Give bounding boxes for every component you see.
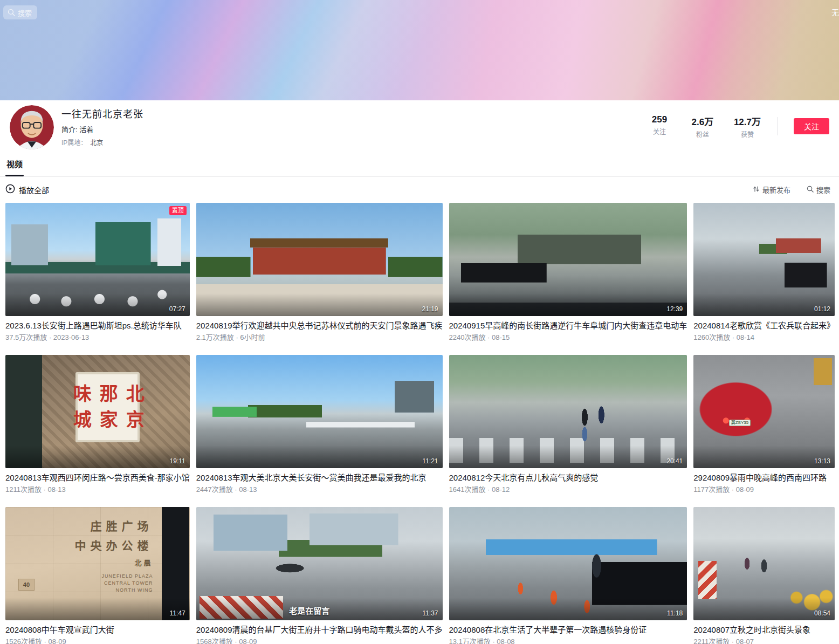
- video-thumbnail[interactable]: 冀ZSY35 13:13: [693, 355, 835, 468]
- video-meta: 2240次播放 · 08-15: [449, 333, 687, 342]
- video-title[interactable]: 20240807立秋之时北京街头景象: [693, 625, 835, 635]
- stat-likes: 12.7万 获赞: [734, 114, 761, 139]
- pinned-badge: 置顶: [169, 206, 187, 215]
- video-card[interactable]: 20:41 20240812今天北京有点儿秋高气爽的感觉 1641次播放 · 0…: [449, 355, 687, 494]
- video-card[interactable]: 11:18 20240808在北京生活了大半辈子第一次路遇核验身份证 13.1万…: [449, 507, 687, 644]
- profile-tabbar: 视频: [0, 153, 839, 177]
- video-meta: 1641次播放 · 08-12: [449, 485, 687, 494]
- play-circle-icon: [5, 184, 15, 195]
- stat-followers-label: 粉丝: [691, 129, 714, 139]
- building-engraving: 庄胜广场 中央办公楼 北晨 JUNEFIELD PLAZA CENTRAL TO…: [74, 517, 153, 594]
- video-thumbnail[interactable]: 08:54: [693, 507, 835, 620]
- video-meta: 13.1万次播放 · 08-08: [449, 638, 687, 644]
- address-plaque: 40: [18, 579, 35, 591]
- video-title[interactable]: 20240915早高峰的南长街路遇逆行牛车阜城门内大街查违章电动车: [449, 320, 687, 331]
- stat-following: 259 关注: [648, 114, 671, 139]
- video-card[interactable]: 11:21 20240813车观大美北京大美长安街～赏美曲我还是最爱我的北京 2…: [196, 355, 443, 494]
- video-title[interactable]: 20240814老歌欣赏《工农兵联合起来》: [693, 320, 835, 331]
- video-title[interactable]: 20240813车观西四环闵庄路～尝京西美食-那家小馆: [5, 472, 190, 483]
- banner-corner-text: 无: [831, 6, 839, 17]
- video-title[interactable]: 20240808在北京生活了大半辈子第一次路遇核验身份证: [449, 625, 687, 635]
- stat-followers-value: 2.6万: [691, 114, 714, 128]
- video-card[interactable]: 01:12 20240814老歌欣赏《工农兵联合起来》 1260次播放 · 08…: [693, 203, 835, 342]
- video-meta: 1568次播放 · 08-09: [196, 638, 443, 644]
- video-grid: 置顶 07:27 2023.6.13长安街上路遇巴勒斯坦ps.总统访华车队 37…: [0, 195, 839, 644]
- video-card[interactable]: 老是在留言 11:37 20240809清晨的台基厂大街王府井十字路口骑电动车戴…: [196, 507, 443, 644]
- video-title[interactable]: 20240809清晨的台基厂大街王府井十字路口骑电动车戴头盔的人不多: [196, 625, 443, 635]
- video-search-button[interactable]: 搜索: [807, 184, 830, 195]
- video-meta: 1526次播放 · 08-09: [5, 638, 190, 644]
- engraving-line: 中央办公楼: [74, 537, 153, 553]
- profile-ip-label: IP属地：: [61, 139, 87, 147]
- video-card[interactable]: 庄胜广场 中央办公楼 北晨 JUNEFIELD PLAZA CENTRAL TO…: [5, 507, 190, 644]
- video-card[interactable]: 21:19 20240819举行欢迎越共中央总书记苏林仪式前的天安门景象路遇飞疾…: [196, 203, 443, 342]
- stats-divider: [777, 117, 778, 135]
- stat-following-label: 关注: [648, 127, 671, 136]
- video-card[interactable]: 08:54 20240807立秋之时北京街头景象 2211次播放 · 08-07: [693, 507, 835, 644]
- video-title[interactable]: 20240808中午车观宣武门大街: [5, 625, 190, 635]
- video-duration: 07:27: [169, 305, 185, 313]
- video-caption-overlay: 老是在留言: [289, 605, 329, 616]
- video-title[interactable]: 20240812今天北京有点儿秋高气爽的感觉: [449, 472, 687, 483]
- video-meta: 2211次播放 · 08-07: [693, 638, 835, 644]
- video-card[interactable]: 北京那家味城 19:11 20240813车观西四环闵庄路～尝京西美食-那家小馆…: [5, 355, 190, 494]
- video-thumbnail[interactable]: 12:39: [449, 203, 687, 316]
- search-icon: [807, 186, 814, 194]
- video-thumbnail[interactable]: 庄胜广场 中央办公楼 北晨 JUNEFIELD PLAZA CENTRAL TO…: [5, 507, 190, 620]
- profile-ip: IP属地：北京: [61, 138, 143, 147]
- follow-button[interactable]: 关注: [794, 118, 829, 134]
- search-icon: [8, 9, 15, 16]
- video-duration: 12:39: [666, 305, 683, 313]
- stat-following-value: 259: [648, 114, 671, 125]
- video-thumbnail[interactable]: 老是在留言 11:37: [196, 507, 443, 620]
- profile-stats: 259 关注 2.6万 粉丝 12.7万 获赞: [648, 114, 761, 139]
- video-card[interactable]: 置顶 07:27 2023.6.13长安街上路遇巴勒斯坦ps.总统访华车队 37…: [5, 203, 190, 342]
- video-meta: 1177次播放 · 08-09: [693, 485, 835, 494]
- video-thumbnail[interactable]: 21:19: [196, 203, 443, 316]
- video-thumbnail[interactable]: 北京那家味城 19:11: [5, 355, 190, 468]
- banner-search[interactable]: 搜索: [3, 5, 37, 19]
- video-title[interactable]: 2023.6.13长安街上路遇巴勒斯坦ps.总统访华车队: [5, 320, 190, 331]
- video-duration: 11:37: [422, 609, 438, 617]
- video-card[interactable]: 冀ZSY35 13:13 29240809暴雨中晚高峰的西南四环路 1177次播…: [693, 355, 835, 494]
- play-all-label: 播放全部: [19, 184, 49, 195]
- video-search-label: 搜索: [816, 184, 830, 195]
- video-title[interactable]: 29240809暴雨中晚高峰的西南四环路: [693, 472, 835, 483]
- video-title[interactable]: 20240819举行欢迎越共中央总书记苏林仪式前的天安门景象路遇飞疾: [196, 320, 443, 331]
- profile-header: 一往无前北京老张 简介: 活着 IP属地：北京 259 关注 2.6万 粉丝 1…: [0, 100, 839, 152]
- play-all-button[interactable]: 播放全部: [5, 184, 49, 195]
- profile-info: 一往无前北京老张 简介: 活着 IP属地：北京: [61, 106, 143, 147]
- video-card[interactable]: 12:39 20240915早高峰的南长街路遇逆行牛车阜城门内大街查违章电动车 …: [449, 203, 687, 342]
- restaurant-sign: 北京那家味城: [75, 372, 140, 442]
- stat-likes-value: 12.7万: [734, 114, 761, 128]
- video-duration: 11:21: [422, 457, 438, 465]
- profile-name: 一往无前北京老张: [61, 106, 143, 120]
- stat-followers: 2.6万 粉丝: [691, 114, 714, 139]
- video-thumbnail[interactable]: 20:41: [449, 355, 687, 468]
- sort-button[interactable]: 最新发布: [753, 184, 790, 195]
- avatar[interactable]: [10, 105, 54, 149]
- engraving-line: 北晨: [74, 557, 153, 567]
- video-thumbnail[interactable]: 11:18: [449, 507, 687, 620]
- video-meta: 2447次播放 · 08-13: [196, 485, 443, 494]
- video-thumbnail[interactable]: 01:12: [693, 203, 835, 316]
- video-duration: 01:12: [814, 305, 830, 313]
- tab-videos[interactable]: 视频: [5, 153, 24, 176]
- video-thumbnail[interactable]: 置顶 07:27: [5, 203, 190, 316]
- profile-ip-value: 北京: [90, 139, 103, 147]
- video-title[interactable]: 20240813车观大美北京大美长安街～赏美曲我还是最爱我的北京: [196, 472, 443, 483]
- video-thumbnail[interactable]: 11:21: [196, 355, 443, 468]
- sort-label: 最新发布: [762, 184, 790, 195]
- video-duration: 20:41: [666, 457, 683, 465]
- video-duration: 08:54: [814, 609, 830, 617]
- profile-bio: 简介: 活着: [61, 124, 143, 134]
- video-duration: 19:11: [170, 457, 185, 465]
- engraving-english: JUNEFIELD PLAZA CENTRAL TOWER NORTH WING: [74, 573, 153, 594]
- video-meta: 37.5万次播放 · 2023-06-13: [5, 333, 190, 342]
- profile-banner: 搜索 无: [0, 0, 839, 100]
- video-duration: 21:19: [422, 305, 438, 313]
- profile-actions: 259 关注 2.6万 粉丝 12.7万 获赞 关注: [648, 114, 834, 139]
- video-meta: 2.1万次播放 · 6小时前: [196, 333, 443, 342]
- stat-likes-label: 获赞: [734, 129, 761, 139]
- video-duration: 13:13: [814, 457, 830, 465]
